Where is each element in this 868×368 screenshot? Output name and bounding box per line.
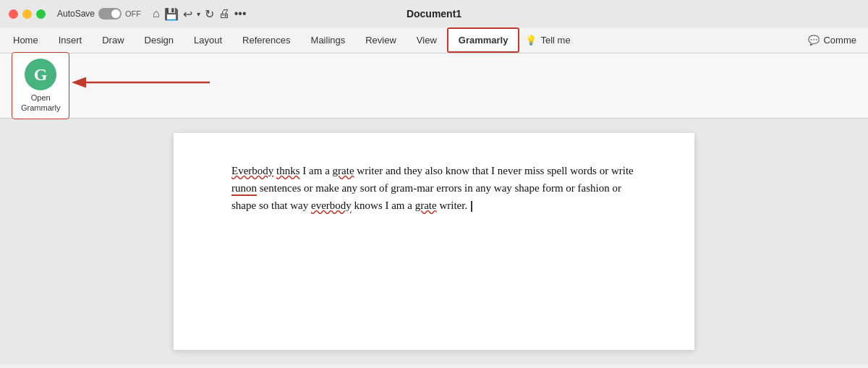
misspelled-everbody-2: everbody	[311, 200, 352, 211]
grammarly-icon: G	[25, 59, 56, 90]
undo-icon[interactable]: ↩	[183, 7, 192, 21]
minimize-button[interactable]	[22, 9, 32, 19]
comment-icon: 💬	[808, 35, 820, 46]
tab-design[interactable]: Design	[135, 27, 184, 53]
document-area: Everbody thnks I am a grate writer and t…	[0, 119, 868, 364]
open-grammarly-button[interactable]: G Open Grammarly	[12, 52, 69, 119]
tab-review[interactable]: Review	[355, 27, 407, 53]
home-icon[interactable]: ⌂	[153, 7, 160, 20]
ribbon-nav: Home Insert Draw Design Layout Reference…	[0, 27, 868, 54]
more-icon[interactable]: •••	[234, 7, 247, 20]
autosave-toggle[interactable]	[98, 8, 122, 20]
tell-me-label: Tell me	[540, 35, 570, 46]
tab-view[interactable]: View	[407, 27, 447, 53]
tab-grammarly[interactable]: Grammarly	[447, 27, 520, 53]
tab-home[interactable]: Home	[3, 27, 48, 53]
print-icon[interactable]: 🖨	[218, 7, 230, 20]
document-title: Document1	[407, 8, 461, 20]
red-arrow	[65, 64, 210, 100]
lightbulb-icon: 💡	[525, 35, 537, 46]
text-cursor	[471, 201, 472, 212]
ribbon-content: G Open Grammarly	[0, 54, 868, 119]
autosave-label: AutoSave	[57, 9, 95, 19]
autosave-state: OFF	[125, 9, 141, 18]
tab-draw[interactable]: Draw	[92, 27, 134, 53]
title-bar: AutoSave OFF ⌂ 💾 ↩ ▾ ↻ 🖨 ••• Document1	[0, 0, 868, 27]
tab-references[interactable]: References	[232, 27, 300, 53]
misspelled-grate-2: grate	[415, 200, 437, 211]
misspelled-everbody-1: Everbody	[231, 165, 273, 176]
tell-me-control[interactable]: 💡 Tell me	[519, 27, 576, 53]
document-text[interactable]: Everbody thnks I am a grate writer and t…	[231, 162, 637, 214]
grammar-runon: runon	[231, 182, 257, 196]
comment-button[interactable]: 💬 Comme	[799, 27, 865, 53]
traffic-lights	[9, 9, 46, 19]
maximize-button[interactable]	[36, 9, 46, 19]
tab-insert[interactable]: Insert	[48, 27, 93, 53]
save-icon[interactable]: 💾	[164, 7, 179, 21]
autosave-control[interactable]: AutoSave OFF	[57, 8, 141, 20]
grammarly-button-label: Open Grammarly	[21, 93, 60, 112]
misspelled-thnks: thnks	[276, 165, 300, 176]
close-button[interactable]	[9, 9, 18, 19]
toolbar-icons: ⌂ 💾 ↩ ▾ ↻ 🖨 •••	[153, 7, 246, 21]
redo-icon[interactable]: ↻	[205, 7, 214, 21]
document[interactable]: Everbody thnks I am a grate writer and t…	[174, 133, 694, 350]
undo-dropdown-icon[interactable]: ▾	[197, 10, 200, 18]
tab-mailings[interactable]: Mailings	[301, 27, 356, 53]
comment-label: Comme	[823, 35, 856, 46]
misspelled-grate-1: grate	[333, 165, 354, 176]
tab-layout[interactable]: Layout	[184, 27, 232, 53]
